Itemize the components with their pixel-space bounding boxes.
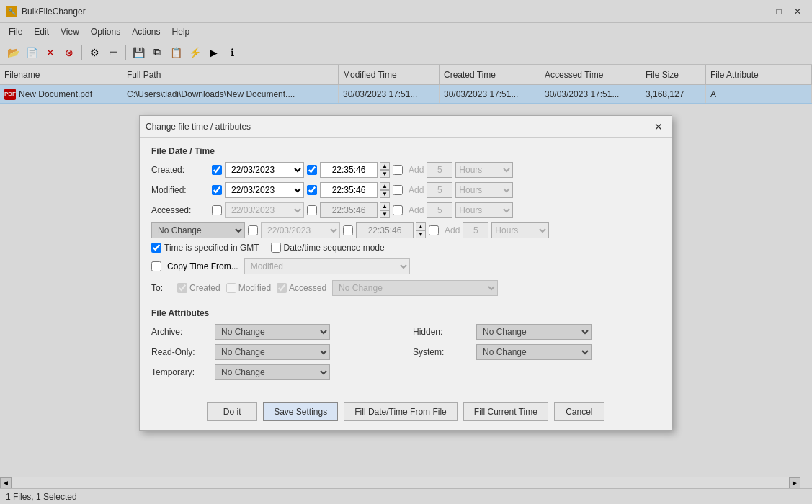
accessed-time-up[interactable]: ▲	[380, 202, 390, 210]
dialog-title: Change file time / attributes	[146, 122, 251, 132]
gmt-checkbox[interactable]	[151, 243, 161, 253]
dialog-close-btn[interactable]: ✕	[651, 120, 666, 134]
hidden-row: Hidden: No Change Set Clear	[413, 324, 660, 340]
dialog: Change file time / attributes ✕ File Dat…	[139, 115, 672, 431]
extra-time-input[interactable]	[356, 222, 414, 238]
copy-time-checkbox[interactable]	[151, 261, 161, 271]
to-modified-label: Modified	[238, 283, 271, 293]
extra-date-checkbox[interactable]	[248, 225, 258, 235]
copy-to-row: To: Created Modified Accessed	[151, 280, 660, 296]
accessed-unit-select[interactable]: Hours	[455, 202, 513, 218]
accessed-add-checkbox[interactable]	[393, 205, 403, 215]
gmt-label: Time is specified in GMT	[164, 243, 259, 253]
extra-date-row: No Change 22/03/2023 ▲ ▼ Add Hours	[151, 222, 660, 238]
modified-time-down[interactable]: ▼	[380, 190, 390, 198]
modified-date-select[interactable]: 22/03/2023	[225, 182, 304, 198]
modified-add-checkbox[interactable]	[393, 185, 403, 195]
sequence-checkbox[interactable]	[271, 243, 281, 253]
modified-time-up[interactable]: ▲	[380, 182, 390, 190]
extra-add-label: Add	[445, 225, 460, 235]
archive-select[interactable]: No Change Set Clear	[215, 324, 330, 340]
extra-number-input[interactable]	[463, 222, 488, 238]
created-time-spinner[interactable]: ▲ ▼	[380, 162, 390, 178]
readonly-label: Read-Only:	[151, 347, 209, 357]
accessed-time-checkbox[interactable]	[307, 205, 317, 215]
accessed-time-down[interactable]: ▼	[380, 210, 390, 218]
created-number-input[interactable]	[427, 162, 452, 178]
modified-time-checkbox[interactable]	[307, 185, 317, 195]
save-settings-button[interactable]: Save Settings	[263, 402, 338, 421]
system-select[interactable]: No Change Set Clear	[476, 344, 592, 360]
modified-time-input[interactable]	[320, 182, 378, 198]
to-final-select[interactable]: No Change	[332, 280, 498, 296]
hidden-select[interactable]: No Change Set Clear	[476, 324, 592, 340]
modified-label: Modified:	[151, 185, 209, 195]
archive-row: Archive: No Change Set Clear	[151, 324, 398, 340]
sequence-check-item: Date/time sequence mode	[271, 243, 385, 253]
accessed-number-input[interactable]	[427, 202, 452, 218]
extra-time-spinner[interactable]: ▲ ▼	[416, 222, 426, 238]
created-date-select[interactable]: 22/03/2023	[225, 162, 304, 178]
accessed-row: Accessed: 22/03/2023 ▲ ▼ Add Hours	[151, 202, 660, 218]
to-created-checkbox[interactable]	[177, 283, 187, 293]
no-change-row-select[interactable]: No Change	[151, 222, 245, 238]
dialog-buttons: Do it Save Settings Fill Date/Time From …	[140, 395, 672, 430]
to-checkboxes: Created Modified Accessed	[177, 283, 326, 293]
fill-date-from-file-button[interactable]: Fill Date/Time From File	[344, 402, 458, 421]
to-modified-checkbox[interactable]	[226, 283, 236, 293]
sequence-label: Date/time sequence mode	[284, 243, 385, 253]
modified-unit-select[interactable]: Hours Minutes Seconds Days	[455, 182, 513, 198]
modified-date-checkbox[interactable]	[212, 185, 222, 195]
created-time-checkbox[interactable]	[307, 165, 317, 175]
readonly-select[interactable]: No Change Set Clear	[215, 344, 330, 360]
created-unit-select[interactable]: Hours Minutes Seconds Days	[455, 162, 513, 178]
to-accessed-checkbox[interactable]	[277, 283, 287, 293]
file-date-time-label: File Date / Time	[151, 146, 660, 156]
created-time-down[interactable]: ▼	[380, 170, 390, 178]
created-date-checkbox[interactable]	[212, 165, 222, 175]
accessed-label: Accessed:	[151, 205, 209, 215]
copy-from-select[interactable]: Modified Created Accessed	[244, 258, 410, 274]
created-add-checkbox[interactable]	[393, 165, 403, 175]
to-accessed-label: Accessed	[289, 283, 326, 293]
hidden-label: Hidden:	[413, 327, 470, 337]
accessed-time-input[interactable]	[320, 202, 378, 218]
temporary-select[interactable]: No Change Set Clear	[215, 364, 330, 380]
gmt-check-item: Time is specified in GMT	[151, 243, 259, 253]
dialog-title-bar: Change file time / attributes ✕	[140, 116, 672, 138]
modified-add-label: Add	[409, 185, 424, 195]
extra-time-up[interactable]: ▲	[416, 222, 426, 230]
gmt-row: Time is specified in GMT Date/time seque…	[151, 243, 660, 253]
modified-time-spinner[interactable]: ▲ ▼	[380, 182, 390, 198]
cancel-button[interactable]: Cancel	[554, 402, 604, 421]
created-time-input[interactable]	[320, 162, 378, 178]
do-it-button[interactable]: Do it	[207, 402, 257, 421]
readonly-row: Read-Only: No Change Set Clear	[151, 344, 398, 360]
accessed-date-select[interactable]: 22/03/2023	[225, 202, 304, 218]
to-modified-item: Modified	[226, 283, 271, 293]
modified-row: Modified: 22/03/2023 ▲ ▼ Add Hours Minut…	[151, 182, 660, 198]
dialog-body: File Date / Time Created: 22/03/2023 ▲ ▼…	[140, 138, 672, 389]
created-add-label: Add	[409, 165, 424, 175]
created-row: Created: 22/03/2023 ▲ ▼ Add Hours Minute…	[151, 162, 660, 178]
extra-unit-select[interactable]: Hours	[491, 222, 549, 238]
accessed-date-checkbox[interactable]	[212, 205, 222, 215]
temporary-label: Temporary:	[151, 367, 209, 377]
to-created-item: Created	[177, 283, 220, 293]
accessed-time-spinner[interactable]: ▲ ▼	[380, 202, 390, 218]
extra-time-checkbox[interactable]	[343, 225, 353, 235]
to-label: To:	[151, 283, 171, 293]
modified-number-input[interactable]	[427, 182, 452, 198]
file-attributes-section: File Attributes Archive: No Change Set C…	[151, 308, 660, 380]
created-time-up[interactable]: ▲	[380, 162, 390, 170]
extra-add-checkbox[interactable]	[429, 225, 439, 235]
to-accessed-item: Accessed	[277, 283, 326, 293]
fill-current-time-button[interactable]: Fill Current Time	[463, 402, 548, 421]
copy-time-label: Copy Time From...	[167, 261, 238, 271]
system-row: System: No Change Set Clear	[413, 344, 660, 360]
copy-time-row: Copy Time From... Modified Created Acces…	[151, 258, 660, 274]
extra-time-down[interactable]: ▼	[416, 230, 426, 238]
attr-grid: Archive: No Change Set Clear Hidden: No …	[151, 324, 660, 380]
extra-date-select[interactable]: 22/03/2023	[261, 222, 340, 238]
system-label: System:	[413, 347, 470, 357]
